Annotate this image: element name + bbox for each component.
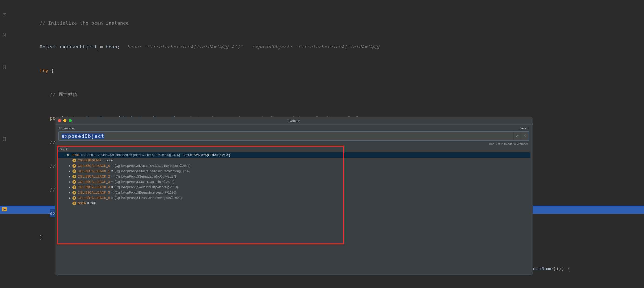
- equals-text: =: [111, 168, 113, 174]
- chevron-right-icon: [68, 202, 71, 205]
- equals-text: =: [111, 184, 113, 190]
- comment-text: // 属性赋值: [50, 90, 77, 98]
- expand-input-button[interactable]: [513, 132, 521, 140]
- field-name: CGLIB$CALLBACK_2: [78, 174, 110, 179]
- comment-text: // Initialize the bean instance.: [40, 19, 132, 27]
- field-name: CGLIB$CALLBACK_3: [78, 179, 110, 184]
- chevron-down-icon: [524, 135, 526, 137]
- code-token: Object: [40, 43, 57, 51]
- dialog-titlebar[interactable]: Evaluate: [55, 117, 533, 125]
- chevron-right-icon: [68, 159, 71, 162]
- field-icon: f: [72, 191, 76, 194]
- chevron-down-icon[interactable]: [62, 154, 64, 156]
- expression-input[interactable]: exposedObject: [59, 133, 513, 139]
- code-token: =: [97, 43, 106, 51]
- equals-text: =: [102, 158, 104, 163]
- window-close-icon[interactable]: [58, 119, 61, 122]
- field-icon: f: [72, 202, 76, 205]
- object-reference: {CglibAopProxy$DynamicAdvisedInterceptor…: [115, 163, 190, 168]
- chevron-right-icon[interactable]: [68, 191, 71, 194]
- language-picker[interactable]: Java: [520, 126, 529, 130]
- field-value: false: [106, 158, 113, 163]
- code-token: ;: [117, 43, 120, 51]
- code-token: }: [40, 233, 42, 241]
- object-tostring: "CircularServiceA{fieldA='字段 A'}": [182, 152, 231, 158]
- equals-text: =: [81, 152, 83, 158]
- result-child-row[interactable]: ffieldA = null: [58, 200, 530, 206]
- dialog-title: Evaluate: [288, 119, 300, 123]
- field-icon: f: [72, 159, 76, 162]
- field-icon: f: [72, 196, 76, 200]
- expression-input-wrap: exposedObject: [58, 132, 529, 141]
- object-reference: {CglibAopProxy$AdvisedDispatcher@2519}: [115, 184, 178, 190]
- equals-text: =: [111, 163, 113, 168]
- result-tree[interactable]: oo result = {CircularServiceA$$EnhancerB…: [58, 152, 530, 206]
- equals-text: =: [111, 190, 113, 195]
- result-child-row[interactable]: fCGLIB$CALLBACK_5 = {CglibAopProxy$Equal…: [58, 190, 530, 195]
- result-label: Result:: [58, 147, 530, 152]
- object-reference: {CglibAopProxy$StaticUnadvisedIntercepto…: [115, 168, 190, 174]
- window-minimize-icon[interactable]: [63, 119, 66, 122]
- equals-text: =: [111, 195, 113, 200]
- chevron-right-icon[interactable]: [68, 175, 71, 178]
- field-name: CGLIB$CALLBACK_5: [78, 190, 110, 195]
- chevron-right-icon[interactable]: [68, 197, 71, 200]
- object-reference: {CglibAopProxy$EqualsInterceptor@2520}: [115, 190, 176, 195]
- object-reference: {CglibAopProxy$HashCodeInterceptor@2521}: [115, 195, 182, 200]
- object-reference: {CglibAopProxy$StaticDispatcher@2518}: [115, 179, 174, 184]
- code-token: {: [48, 67, 54, 74]
- result-child-row[interactable]: fCGLIB$CALLBACK_1 = {CglibAopProxy$Stati…: [58, 168, 530, 174]
- expression-input-value: exposedObject: [61, 133, 104, 139]
- result-child-row[interactable]: fCGLIB$BOUND = false: [58, 158, 530, 163]
- equals-text: =: [111, 174, 113, 179]
- field-name: result: [72, 152, 80, 158]
- chevron-down-icon: [527, 128, 529, 129]
- field-name: CGLIB$CALLBACK_0: [78, 163, 110, 168]
- expression-label: Expression:: [59, 126, 75, 130]
- result-child-row[interactable]: fCGLIB$CALLBACK_3 = {CglibAopProxy$Stati…: [58, 179, 530, 184]
- field-name: fieldA: [78, 200, 86, 206]
- field-name: CGLIB$CALLBACK_6: [78, 195, 110, 200]
- equals-text: =: [87, 200, 89, 206]
- inline-hint: bean: "CircularServiceA{fieldA='字段 A'}": [127, 43, 243, 51]
- inline-hint: exposedObject: "CircularServiceA{fieldA=…: [252, 43, 380, 51]
- code-keyword: try: [40, 67, 48, 74]
- object-reference: {CircularServiceA$$EnhancerBySpringCGLIB…: [84, 152, 180, 158]
- chevron-right-icon[interactable]: [68, 186, 71, 189]
- execution-pointer-icon: [2, 206, 8, 212]
- history-dropdown-button[interactable]: [521, 132, 529, 140]
- chevron-right-icon[interactable]: [68, 180, 71, 184]
- field-name: CGLIB$BOUND: [78, 158, 101, 163]
- result-child-row[interactable]: fCGLIB$CALLBACK_0 = {CglibAopProxy$Dynam…: [58, 163, 530, 168]
- object-icon: oo: [66, 154, 70, 157]
- field-name: CGLIB$CALLBACK_4: [78, 184, 110, 190]
- field-icon: f: [72, 164, 76, 168]
- chevron-right-icon[interactable]: [68, 170, 71, 173]
- code-token: bean: [106, 43, 117, 51]
- result-root-row[interactable]: oo result = {CircularServiceA$$EnhancerB…: [58, 152, 530, 158]
- code-token: exposedObject: [60, 43, 97, 51]
- result-child-row[interactable]: fCGLIB$CALLBACK_2 = {CglibAopProxy$Seria…: [58, 174, 530, 179]
- window-zoom-icon[interactable]: [69, 119, 72, 122]
- code-token: tBeanName())) {: [527, 265, 570, 272]
- result-child-row[interactable]: fCGLIB$CALLBACK_4 = {CglibAopProxy$Advis…: [58, 184, 530, 190]
- field-icon: f: [72, 170, 76, 173]
- object-reference: {CglibAopProxy$SerializableNoOp@2517}: [115, 174, 176, 179]
- field-icon: f: [72, 180, 76, 184]
- language-picker-label: Java: [520, 126, 526, 130]
- watches-hint: Use ⇧⌘↵ to add to Watches: [55, 142, 533, 147]
- field-icon: f: [72, 175, 76, 178]
- expand-icon: [516, 134, 519, 138]
- evaluate-dialog: Evaluate Expression: Java exposedObject …: [55, 117, 533, 276]
- result-child-row[interactable]: fCGLIB$CALLBACK_6 = {CglibAopProxy$HashC…: [58, 195, 530, 200]
- traffic-lights: [58, 119, 72, 122]
- chevron-right-icon[interactable]: [68, 164, 71, 167]
- field-value: null: [90, 200, 96, 206]
- field-name: CGLIB$CALLBACK_1: [78, 168, 110, 174]
- field-icon: f: [72, 186, 76, 189]
- equals-text: =: [111, 179, 113, 184]
